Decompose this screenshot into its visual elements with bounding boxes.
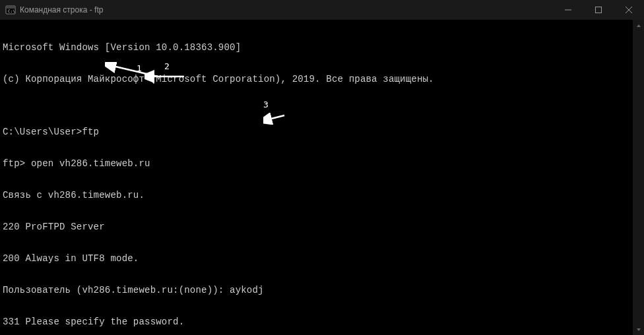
terminal-line: 331 Please specify the password. xyxy=(3,317,641,327)
scrollbar[interactable] xyxy=(633,20,644,335)
annotation-3: 3 xyxy=(241,102,263,144)
terminal-line: C:\Users\User>ftp xyxy=(3,127,641,137)
terminal-line: ftp> open vh286.timeweb.ru xyxy=(3,158,641,169)
terminal-line: (c) Корпорация Майкрософт (Microsoft Cor… xyxy=(3,74,641,84)
annotation-label: 2 xyxy=(164,61,170,72)
window-controls xyxy=(553,0,644,20)
annotation-label: 3 xyxy=(263,100,269,110)
terminal-line: Пользователь (vh286.timeweb.ru:(none)): … xyxy=(3,285,641,295)
annotation-label: 1 xyxy=(137,63,142,74)
maximize-button[interactable] xyxy=(583,0,614,20)
terminal-line: 200 Always in UTF8 mode. xyxy=(3,253,641,264)
svg-marker-13 xyxy=(637,24,641,27)
window-title: Командная строка - ftp xyxy=(20,5,553,15)
minimize-button[interactable] xyxy=(553,0,583,20)
terminal-line: Связь с vh286.timeweb.ru. xyxy=(3,190,641,200)
cmd-icon: C:\ xyxy=(5,5,16,15)
titlebar: C:\ Командная строка - ftp xyxy=(0,0,644,20)
svg-line-12 xyxy=(269,115,284,119)
terminal-line: Microsoft Windows [Version 10.0.18363.90… xyxy=(3,42,641,53)
close-button[interactable] xyxy=(614,0,644,20)
svg-rect-4 xyxy=(596,7,602,13)
svg-text:C:\: C:\ xyxy=(8,9,15,13)
svg-marker-14 xyxy=(637,328,641,331)
scroll-up-button[interactable] xyxy=(633,20,644,31)
terminal-line: 220 ProFTPD Server xyxy=(3,222,641,232)
annotation-1: 1 xyxy=(82,51,105,94)
scroll-down-button[interactable] xyxy=(633,324,644,335)
terminal-output[interactable]: Microsoft Windows [Version 10.0.18363.90… xyxy=(0,20,644,335)
